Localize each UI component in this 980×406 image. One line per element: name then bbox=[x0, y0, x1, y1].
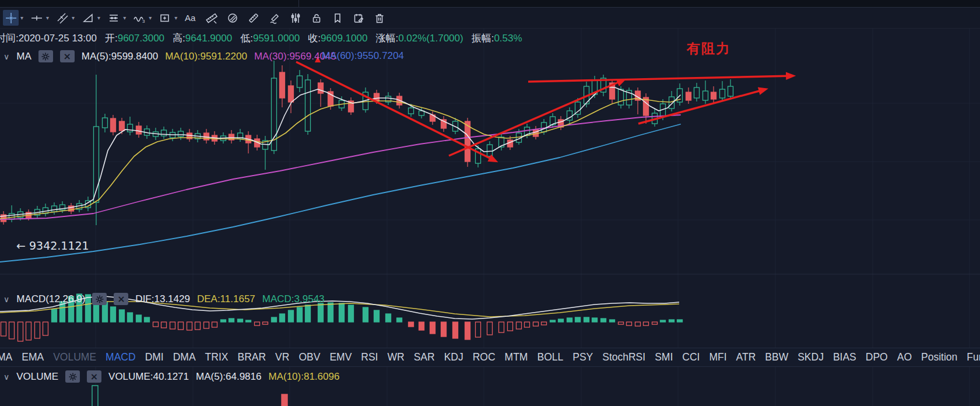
rectangle-shape-caret-icon[interactable]: ▾ bbox=[174, 15, 177, 21]
low-label: 低: bbox=[240, 33, 253, 44]
tab-atr[interactable]: ATR bbox=[736, 351, 756, 363]
tab-ao[interactable]: AO bbox=[897, 351, 912, 363]
change-value: 0.02%(1.7000) bbox=[398, 33, 463, 44]
tab-dma[interactable]: DMA bbox=[173, 351, 196, 363]
tab-kdj[interactable]: KDJ bbox=[444, 351, 463, 363]
tab-position[interactable]: Position bbox=[921, 351, 957, 363]
bookmark-tool[interactable] bbox=[329, 10, 345, 26]
tab-bbw[interactable]: BBW bbox=[765, 351, 788, 363]
tab-rsi[interactable]: RSI bbox=[361, 351, 378, 363]
tab-dpo[interactable]: DPO bbox=[866, 351, 888, 363]
volume-ma5-value: MA(5):64.9816 bbox=[196, 371, 261, 383]
crosshair-tool[interactable] bbox=[3, 10, 19, 26]
tab-mtm[interactable]: MTM bbox=[505, 351, 528, 363]
volume-indicator-row: ∨ VOLUME × VOLUME:40.1271 MA(5):64.9816 … bbox=[3, 370, 346, 383]
tab-smi[interactable]: SMI bbox=[655, 351, 673, 363]
dif-value: DIF:13.1429 bbox=[135, 293, 190, 305]
volume-value: VOLUME:40.1271 bbox=[108, 371, 189, 383]
tab-stochrsi[interactable]: StochRSI bbox=[602, 351, 645, 363]
macd-value: MACD:3.9543 bbox=[262, 293, 325, 305]
low-value: 9591.0000 bbox=[253, 33, 300, 44]
elliott-wave-caret-icon[interactable]: ▾ bbox=[149, 15, 152, 21]
volume-settings-button[interactable] bbox=[65, 370, 80, 383]
amplitude-label: 振幅: bbox=[472, 33, 494, 44]
ma-collapse-icon[interactable]: ∨ bbox=[3, 52, 9, 61]
svg-text:3: 3 bbox=[142, 19, 145, 24]
ma60-value: MA(60):9550.7204 bbox=[322, 50, 404, 62]
volume-collapse-icon[interactable]: ∨ bbox=[3, 372, 9, 382]
parallel-lines-caret-icon[interactable]: ▾ bbox=[123, 15, 126, 21]
brush-tool[interactable] bbox=[266, 10, 282, 26]
tab-boll[interactable]: BOLL bbox=[537, 351, 563, 363]
ma-indicator-row: ∨ MA × MA(5):9599.8400 MA(10):9591.2200 … bbox=[3, 50, 343, 62]
tab-ema[interactable]: EMA bbox=[22, 351, 44, 363]
trend-line-tool[interactable] bbox=[29, 10, 44, 26]
triangle-tool[interactable] bbox=[80, 10, 96, 26]
parallel-lines-tool[interactable] bbox=[106, 10, 121, 26]
ma5-value: MA(5):9599.8400 bbox=[82, 51, 158, 62]
price-marker-label: ← 9342.1121 bbox=[16, 239, 89, 252]
tab-brar[interactable]: BRAR bbox=[237, 351, 266, 363]
ma-title: MA bbox=[16, 51, 31, 62]
open-label: 开: bbox=[105, 33, 118, 44]
tab-emv[interactable]: EMV bbox=[329, 351, 352, 363]
cross-lines-tool[interactable] bbox=[54, 10, 70, 26]
tab-ma[interactable]: MA bbox=[0, 351, 12, 363]
crosshair-caret-icon[interactable]: ▾ bbox=[20, 15, 23, 21]
tab-obv[interactable]: OBV bbox=[298, 351, 320, 363]
ma-close-button[interactable]: × bbox=[60, 50, 75, 62]
ruler-tool[interactable] bbox=[245, 10, 261, 26]
indicator-tabs: MAEMAVOLUMEMACDDMIDMATRIXBRARVROBVEMVRSI… bbox=[0, 348, 980, 367]
tab-wr[interactable]: WR bbox=[388, 351, 405, 363]
macd-collapse-icon[interactable]: ∨ bbox=[3, 295, 9, 304]
tab-psy[interactable]: PSY bbox=[572, 351, 593, 363]
close-label: 收: bbox=[308, 33, 321, 44]
rectangle-shape-tool[interactable] bbox=[157, 10, 173, 26]
ma-settings-button[interactable] bbox=[38, 50, 53, 62]
close-value: 9609.1000 bbox=[321, 33, 367, 44]
tab-vr[interactable]: VR bbox=[275, 351, 289, 363]
ohlc-readout: 时间:2020-07-25 13:00 开:9607.3000 高:9641.9… bbox=[0, 32, 531, 45]
tab-bias[interactable]: BIAS bbox=[833, 351, 856, 363]
resistance-annotation[interactable]: 有阻力 bbox=[687, 40, 730, 58]
note-edit-tool[interactable] bbox=[350, 10, 366, 26]
triangle-caret-icon[interactable]: ▾ bbox=[97, 15, 100, 21]
tab-macd[interactable]: MACD bbox=[106, 351, 136, 363]
dea-value: DEA:11.1657 bbox=[197, 293, 255, 305]
high-label: 高: bbox=[173, 33, 185, 44]
measure-tool[interactable] bbox=[203, 10, 219, 26]
tab-skdj[interactable]: SKDJ bbox=[798, 351, 824, 363]
open-value: 9607.3000 bbox=[118, 33, 164, 44]
high-value: 9641.9000 bbox=[185, 33, 232, 44]
sliders-tool[interactable] bbox=[287, 10, 303, 26]
macd-indicator-row: ∨ MACD(12,26,9) × DIF:13.1429 DEA:11.165… bbox=[3, 293, 332, 305]
window-top-strip bbox=[0, 0, 980, 8]
change-label: 涨幅: bbox=[375, 33, 398, 44]
volume-ma10-value: MA(10):81.6096 bbox=[268, 371, 339, 383]
tab-dmi[interactable]: DMI bbox=[145, 351, 164, 363]
trend-line-caret-icon[interactable]: ▾ bbox=[46, 15, 49, 21]
drawing-toolbar: ▾ ▾ ▾ ▾ ▾ 3 ▾ ▾ Aa bbox=[0, 8, 980, 29]
ellipse-hatch-tool[interactable] bbox=[224, 10, 240, 26]
macd-title: MACD(12,26,9) bbox=[16, 293, 85, 305]
lock-tool[interactable] bbox=[308, 10, 324, 26]
tab-mfi[interactable]: MFI bbox=[709, 351, 726, 363]
macd-settings-button[interactable] bbox=[92, 293, 107, 305]
tab-cci[interactable]: CCI bbox=[682, 351, 700, 363]
elliott-wave-tool[interactable]: 3 bbox=[131, 10, 147, 26]
tab-fundflow[interactable]: Fundflow bbox=[967, 351, 980, 363]
tab-sar[interactable]: SAR bbox=[414, 351, 435, 363]
time-label: 时间: bbox=[0, 33, 19, 44]
svg-text:Aa: Aa bbox=[185, 13, 196, 23]
top-strip-divider bbox=[298, 0, 299, 8]
cross-lines-caret-icon[interactable]: ▾ bbox=[72, 15, 75, 21]
text-tool[interactable]: Aa bbox=[182, 10, 198, 26]
macd-close-button[interactable]: × bbox=[114, 293, 128, 305]
tab-roc[interactable]: ROC bbox=[473, 351, 496, 363]
tab-trix[interactable]: TRIX bbox=[205, 351, 229, 363]
tab-volume[interactable]: VOLUME bbox=[53, 351, 96, 363]
trading-app-window: ▾ ▾ ▾ ▾ ▾ 3 ▾ ▾ Aa bbox=[0, 0, 980, 406]
volume-close-button[interactable]: × bbox=[87, 370, 101, 383]
trash-tool[interactable] bbox=[371, 10, 387, 26]
ma10-value: MA(10):9591.2200 bbox=[165, 51, 247, 62]
